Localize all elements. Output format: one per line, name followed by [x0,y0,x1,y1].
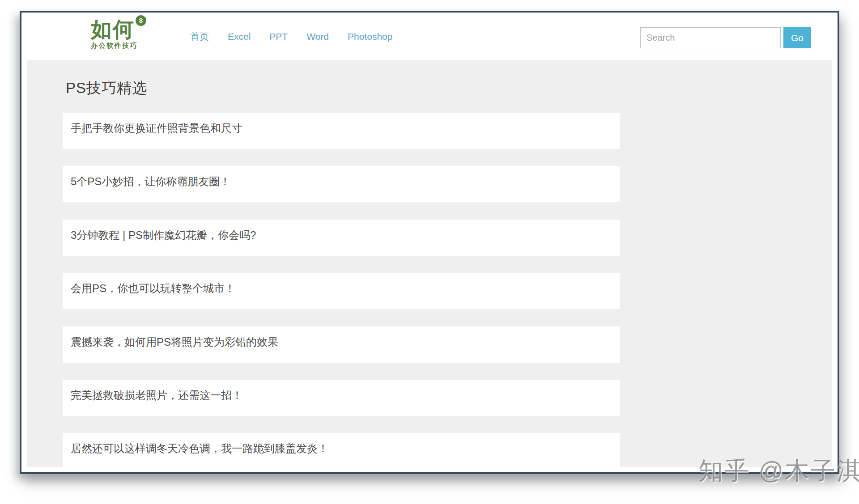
search-input[interactable] [640,27,781,48]
article-title: 手把手教你更换证件照背景色和尺寸 [63,113,620,136]
article-title: 会用PS，你也可以玩转整个城市！ [63,273,620,296]
article-row[interactable]: 居然还可以这样调冬天冷色调，我一路跪到膝盖发炎！ [63,433,620,467]
nav-item[interactable]: Excel [228,31,251,42]
article-title: 完美拯救破损老照片，还需这一招！ [63,380,620,402]
nav-item[interactable]: PPT [269,31,288,42]
article-row[interactable]: 震撼来袭，如何用PS将照片变为彩铅的效果 [63,326,620,363]
site-header: 如何 8 办公软件技巧 首页ExcelPPTWordPhotoshop Go [21,13,838,60]
logo-text: 如何 8 [91,19,135,40]
nav-item[interactable]: Word [306,31,329,42]
page-title: PS技巧精选 [66,78,147,98]
article-row[interactable]: 手把手教你更换证件照背景色和尺寸 [63,113,620,149]
article-title: 震撼来袭，如何用PS将照片变为彩铅的效果 [63,326,620,349]
logo-subtitle: 办公软件技巧 [91,42,138,50]
main-nav: 首页ExcelPPTWordPhotoshop [190,13,392,60]
content-panel: PS技巧精选 手把手教你更换证件照背景色和尺寸 5个PS小妙招，让你称霸朋友圈！… [27,60,832,467]
nav-item[interactable]: 首页 [190,30,209,43]
article-row[interactable]: 3分钟教程 | PS制作魔幻花瓣，你会吗? [63,220,620,256]
logo-wordmark: 如何 [91,17,135,41]
article-row[interactable]: 会用PS，你也可以玩转整个城市！ [63,273,620,309]
logo-badge-8: 8 [136,15,146,26]
search-go-button[interactable]: Go [783,27,811,48]
article-row[interactable]: 5个PS小妙招，让你称霸朋友圈！ [63,166,620,202]
nav-item[interactable]: Photoshop [348,31,392,42]
article-row[interactable]: 完美拯救破损老照片，还需这一招！ [63,380,620,416]
site-logo[interactable]: 如何 8 办公软件技巧 [91,19,138,50]
article-title: 5个PS小妙招，让你称霸朋友圈！ [63,166,620,189]
article-title: 居然还可以这样调冬天冷色调，我一路跪到膝盖发炎！ [63,433,620,456]
article-title: 3分钟教程 | PS制作魔幻花瓣，你会吗? [63,220,620,242]
browser-window: 如何 8 办公软件技巧 首页ExcelPPTWordPhotoshop Go P… [20,11,839,474]
